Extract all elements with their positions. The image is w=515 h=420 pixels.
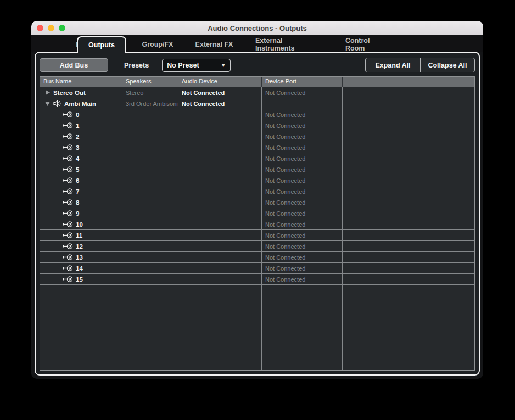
channel-row[interactable]: 9Not Connected <box>40 208 474 219</box>
bus-name-cell[interactable]: 0 <box>40 109 122 120</box>
bus-name-cell[interactable]: 3 <box>40 142 122 153</box>
device-port-cell[interactable]: Not Connected <box>262 186 343 197</box>
device-port-cell[interactable]: Not Connected <box>262 87 343 98</box>
bus-name-label: 12 <box>76 243 83 250</box>
bus-row[interactable]: Ambi Main3rd Order AmbisoniNot Connected <box>40 98 474 109</box>
bus-name-cell[interactable]: 15 <box>40 274 122 284</box>
bus-name-cell[interactable]: 7 <box>40 186 122 197</box>
device-port-cell[interactable]: Not Connected <box>262 197 343 208</box>
column-header-audio-device[interactable]: Audio Device <box>178 77 262 87</box>
device-port-cell[interactable]: Not Connected <box>262 219 343 229</box>
channel-row[interactable]: 5Not Connected <box>40 164 474 175</box>
audio-device-cell[interactable] <box>178 131 262 142</box>
audio-device-cell[interactable] <box>178 274 262 284</box>
audio-device-cell[interactable] <box>178 252 262 262</box>
audio-device-cell[interactable] <box>178 153 262 164</box>
expand-all-button[interactable]: Expand All <box>366 58 420 72</box>
bus-name-cell[interactable]: 4 <box>40 153 122 164</box>
channel-row[interactable]: 14Not Connected <box>40 262 474 273</box>
channel-row[interactable]: 11Not Connected <box>40 229 474 240</box>
bus-name-cell[interactable]: 6 <box>40 175 122 186</box>
audio-device-cell[interactable] <box>178 164 262 175</box>
channel-row[interactable]: 6Not Connected <box>40 175 474 186</box>
device-port-cell[interactable]: Not Connected <box>262 175 343 186</box>
bus-name-cell[interactable]: 13 <box>40 252 122 262</box>
audio-device-cell[interactable] <box>178 109 262 120</box>
device-port-cell[interactable]: Not Connected <box>262 274 343 284</box>
audio-device-cell[interactable] <box>178 219 262 229</box>
channel-row[interactable]: 0Not Connected <box>40 109 474 120</box>
channel-row[interactable]: 12Not Connected <box>40 240 474 251</box>
device-port-cell[interactable]: Not Connected <box>262 164 343 175</box>
device-port-cell[interactable]: Not Connected <box>262 208 343 219</box>
titlebar[interactable]: Audio Connections - Outputs <box>31 21 483 35</box>
channel-row[interactable]: 8Not Connected <box>40 197 474 208</box>
device-port-cell[interactable]: Not Connected <box>262 230 343 240</box>
bus-name-cell[interactable]: 14 <box>40 263 122 273</box>
column-header-device-port[interactable]: Device Port <box>262 77 343 87</box>
channel-row[interactable]: 13Not Connected <box>40 251 474 262</box>
channel-row[interactable]: 2Not Connected <box>40 131 474 142</box>
audio-device-cell[interactable] <box>178 175 262 186</box>
extra-cell <box>343 230 474 240</box>
audio-device-cell[interactable] <box>178 186 262 197</box>
tab-external-instruments[interactable]: External Instruments <box>250 37 321 52</box>
audio-device-cell[interactable] <box>178 197 262 208</box>
bus-name-cell[interactable]: 2 <box>40 131 122 142</box>
audio-device-cell[interactable] <box>178 263 262 273</box>
device-port-cell[interactable]: Not Connected <box>262 252 343 262</box>
bus-name-cell[interactable]: Ambi Main <box>40 98 122 109</box>
bus-name-label: 14 <box>76 265 83 272</box>
bus-name-cell[interactable]: 12 <box>40 241 122 251</box>
column-header-speakers[interactable]: Speakers <box>122 77 178 87</box>
audio-device-cell[interactable] <box>178 120 262 131</box>
audio-device-cell[interactable]: Not Connected <box>178 98 262 109</box>
collapse-all-button[interactable]: Collapse All <box>420 58 474 72</box>
outputs-panel: Add Bus Presets No Preset ▼ Expand All C… <box>35 52 480 376</box>
tab-control-room[interactable]: Control Room <box>340 37 395 52</box>
bus-port-icon <box>63 199 73 206</box>
bus-name-cell[interactable]: 9 <box>40 208 122 219</box>
channel-row[interactable]: 4Not Connected <box>40 153 474 164</box>
bus-name-cell[interactable]: Stereo Out <box>40 87 122 98</box>
bus-name-cell[interactable]: 1 <box>40 120 122 131</box>
device-port-cell[interactable]: Not Connected <box>262 241 343 251</box>
channel-row[interactable]: 7Not Connected <box>40 186 474 197</box>
tab-external-fx[interactable]: External FX <box>189 37 239 52</box>
channel-row[interactable]: 1Not Connected <box>40 120 474 131</box>
channel-row[interactable]: 15Not Connected <box>40 273 474 284</box>
audio-device-cell[interactable] <box>178 241 262 251</box>
chevron-down-icon: ▼ <box>221 63 226 68</box>
device-port-cell[interactable]: Not Connected <box>262 120 343 131</box>
tab-group-fx[interactable]: Group/FX <box>136 37 180 52</box>
add-bus-button[interactable]: Add Bus <box>40 58 108 72</box>
audio-device-cell[interactable]: Not Connected <box>178 87 262 98</box>
device-port-cell[interactable]: Not Connected <box>262 109 343 120</box>
extra-cell <box>343 241 474 251</box>
device-port-cell[interactable]: Not Connected <box>262 142 343 153</box>
bus-port-icon <box>63 122 73 129</box>
device-port-cell[interactable]: Not Connected <box>262 263 343 273</box>
bus-name-cell[interactable]: 5 <box>40 164 122 175</box>
disclosure-right-icon[interactable] <box>44 89 51 96</box>
minimize-button[interactable] <box>48 25 54 31</box>
device-port-cell[interactable]: Not Connected <box>262 131 343 142</box>
preset-dropdown[interactable]: No Preset ▼ <box>162 59 231 72</box>
channel-row[interactable]: 3Not Connected <box>40 142 474 153</box>
channel-row[interactable]: 10Not Connected <box>40 219 474 229</box>
bus-name-cell[interactable]: 10 <box>40 219 122 229</box>
audio-device-cell[interactable] <box>178 230 262 240</box>
tab-outputs[interactable]: Outputs <box>77 36 126 53</box>
bus-name-cell[interactable]: 11 <box>40 230 122 240</box>
device-port-cell[interactable]: Not Connected <box>262 153 343 164</box>
close-button[interactable] <box>37 25 43 31</box>
bus-name-cell[interactable]: 8 <box>40 197 122 208</box>
bus-row[interactable]: Stereo OutStereoNot ConnectedNot Connect… <box>40 87 474 98</box>
extra-cell <box>343 208 474 219</box>
audio-device-cell[interactable] <box>178 142 262 153</box>
column-header-bus-name[interactable]: Bus Name <box>40 77 122 87</box>
zoom-button[interactable] <box>59 25 65 31</box>
audio-device-cell[interactable] <box>178 208 262 219</box>
device-port-cell[interactable] <box>262 98 343 109</box>
disclosure-down-icon[interactable] <box>44 100 51 107</box>
